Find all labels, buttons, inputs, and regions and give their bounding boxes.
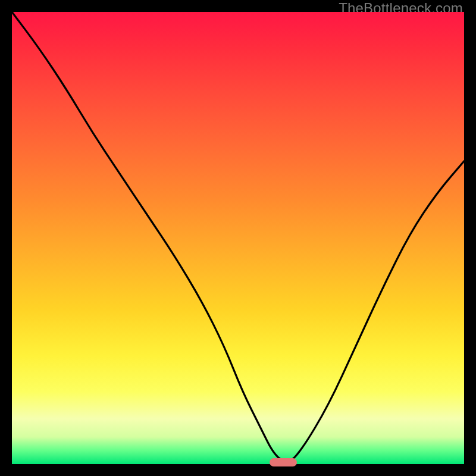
optimal-marker (270, 458, 297, 466)
plot-area (12, 12, 464, 464)
bottleneck-curve (12, 12, 464, 464)
chart-frame: TheBottleneck.com (0, 0, 476, 476)
